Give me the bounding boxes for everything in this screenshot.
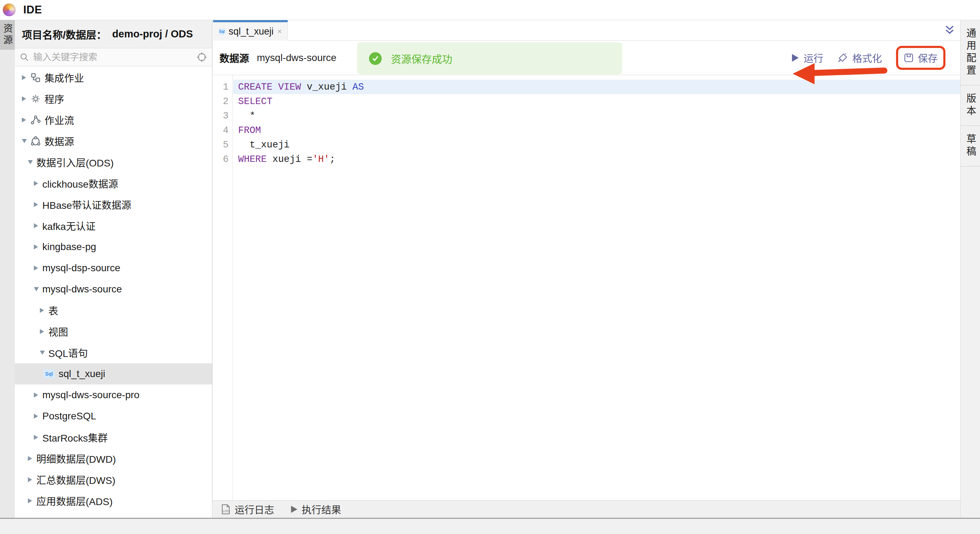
tree-item-dws-layer[interactable]: 汇总数据层(DWS) bbox=[15, 469, 212, 490]
tree-item-mysql-dws-source-pro[interactable]: mysql-dws-source-pro bbox=[15, 385, 212, 405]
search-bar bbox=[15, 48, 212, 66]
chevron-right-icon[interactable] bbox=[22, 96, 26, 101]
tree-item-sql-statements[interactable]: SQL语句 bbox=[15, 342, 212, 363]
sql-file-icon: Sql bbox=[219, 29, 225, 35]
chevron-down-icon[interactable] bbox=[22, 139, 27, 143]
tree-item-dwd-layer[interactable]: 明细数据层(DWD) bbox=[15, 448, 212, 469]
play-icon bbox=[791, 53, 799, 62]
double-chevron-down-icon[interactable] bbox=[945, 25, 955, 36]
gear-icon bbox=[30, 94, 41, 104]
search-icon bbox=[20, 52, 29, 62]
line-number: 5 bbox=[213, 140, 233, 150]
left-activity-strip: 资源 bbox=[0, 20, 15, 518]
chevron-right-icon[interactable] bbox=[34, 265, 38, 270]
line-number: 6 bbox=[213, 154, 233, 165]
code-line: 6 WHERE xueji ='H'; bbox=[213, 152, 960, 167]
chevron-right-icon[interactable] bbox=[28, 456, 32, 461]
code-editor[interactable]: 1 CREATE VIEW v_xueji AS 2 SELECT 3 * 4 … bbox=[213, 75, 960, 500]
search-input[interactable] bbox=[33, 52, 196, 63]
tree-item-integration-jobs[interactable]: 集成作业 bbox=[15, 67, 212, 88]
chevron-right-icon[interactable] bbox=[34, 414, 38, 419]
app-title: IDE bbox=[23, 3, 42, 16]
format-brush-icon bbox=[837, 52, 848, 63]
tab-general-config[interactable]: 通用配置 bbox=[961, 20, 980, 85]
tree-item-tables[interactable]: 表 bbox=[15, 300, 212, 321]
project-header-value: demo-proj / ODS bbox=[112, 28, 193, 40]
project-header-label: 项目名称/数据层： bbox=[22, 27, 107, 41]
datasource-value: mysql-dws-source bbox=[257, 52, 337, 64]
check-circle-icon bbox=[369, 52, 382, 65]
chevron-down-icon[interactable] bbox=[40, 351, 45, 355]
resource-tree: 集成作业 程序 作业流 bbox=[15, 66, 212, 518]
app-logo bbox=[3, 3, 16, 16]
chevron-down-icon[interactable] bbox=[28, 160, 33, 164]
chevron-right-icon[interactable] bbox=[22, 118, 26, 122]
tree-item-clickhouse[interactable]: clickhouse数据源 bbox=[15, 173, 212, 194]
tree-item-datasources[interactable]: 数据源 bbox=[15, 130, 212, 152]
chevron-right-icon[interactable] bbox=[22, 75, 26, 80]
code-line: 4 FROM bbox=[213, 123, 960, 138]
annotation-save-highlight-box: 保存 bbox=[896, 46, 945, 70]
right-panel-strip: 通用配置 版本 草稿 bbox=[960, 20, 980, 518]
tree-item-mysql-dsp-source[interactable]: mysql-dsp-source bbox=[15, 257, 212, 279]
datasource-label: 数据源 bbox=[220, 51, 249, 65]
tree-item-ads-layer[interactable]: 应用数据层(ADS) bbox=[15, 490, 212, 512]
integration-job-icon bbox=[30, 72, 41, 83]
sidebar-tab-resources[interactable]: 资源 bbox=[0, 20, 15, 50]
tree-item-sql-t-xueji[interactable]: Sql sql_t_xueji bbox=[15, 363, 212, 385]
tab-version[interactable]: 版本 bbox=[961, 85, 980, 126]
tree-item-programs[interactable]: 程序 bbox=[15, 88, 212, 109]
run-button[interactable]: 运行 bbox=[791, 51, 823, 65]
chevron-right-icon[interactable] bbox=[28, 477, 32, 482]
tree-item-views[interactable]: 视图 bbox=[15, 321, 212, 342]
chevron-right-icon[interactable] bbox=[34, 223, 38, 228]
tree-item-starrocks[interactable]: StarRocks集群 bbox=[15, 427, 212, 448]
chevron-right-icon[interactable] bbox=[40, 308, 44, 313]
play-icon bbox=[290, 505, 298, 513]
line-number: 3 bbox=[213, 111, 233, 121]
code-line: 2 SELECT bbox=[213, 94, 960, 109]
save-success-toast: 资源保存成功 bbox=[357, 42, 622, 75]
resource-panel: 项目名称/数据层： demo-proj / ODS bbox=[15, 20, 212, 518]
close-icon[interactable] bbox=[277, 29, 282, 34]
toast-message: 资源保存成功 bbox=[391, 51, 452, 66]
svg-text:LOG: LOG bbox=[223, 509, 230, 513]
tree-item-ods-layer[interactable]: 数据引入层(ODS) bbox=[15, 152, 212, 173]
ide-screen: IDE 资源 项目名称/数据层： demo-proj / ODS bbox=[0, 0, 980, 534]
chevron-right-icon[interactable] bbox=[34, 202, 38, 207]
window-bottom-edge bbox=[0, 518, 980, 519]
chevron-right-icon[interactable] bbox=[34, 181, 38, 186]
tree-item-workflows[interactable]: 作业流 bbox=[15, 109, 212, 130]
datasource-info: 数据源 mysql-dws-source bbox=[220, 41, 337, 75]
line-number: 2 bbox=[213, 96, 233, 107]
log-file-icon: LOG bbox=[221, 504, 231, 515]
code-content: 1 CREATE VIEW v_xueji AS 2 SELECT 3 * 4 … bbox=[213, 80, 960, 167]
tab-draft[interactable]: 草稿 bbox=[961, 126, 980, 167]
top-app-bar: IDE bbox=[0, 0, 980, 20]
chevron-right-icon[interactable] bbox=[40, 329, 44, 334]
editor-area: Sql sql_t_xueji 数据源 mysql-dws-source bbox=[213, 20, 960, 518]
run-log-tab[interactable]: LOG 运行日志 bbox=[221, 502, 274, 517]
chevron-right-icon[interactable] bbox=[34, 435, 38, 440]
code-line: 1 CREATE VIEW v_xueji AS bbox=[213, 80, 960, 94]
line-number: 1 bbox=[213, 82, 233, 92]
tree-item-hbase[interactable]: HBase带认证数据源 bbox=[15, 194, 212, 215]
locate-icon[interactable] bbox=[196, 52, 207, 62]
toolbar-actions: 运行 格式化 保存 bbox=[791, 41, 945, 75]
exec-result-tab[interactable]: 执行结果 bbox=[290, 502, 341, 517]
tab-sql-t-xueji[interactable]: Sql sql_t_xueji bbox=[213, 20, 288, 41]
datasource-icon bbox=[30, 136, 41, 146]
project-header: 项目名称/数据层： demo-proj / ODS bbox=[15, 20, 212, 48]
format-button[interactable]: 格式化 bbox=[837, 51, 882, 65]
chevron-right-icon[interactable] bbox=[34, 245, 38, 250]
tree-item-mysql-dws-source[interactable]: mysql-dws-source bbox=[15, 279, 212, 300]
chevron-right-icon[interactable] bbox=[28, 498, 32, 503]
code-line: 5 t_xueji bbox=[213, 138, 960, 152]
tree-item-postgresql[interactable]: PostgreSQL bbox=[15, 405, 212, 427]
save-button[interactable]: 保存 bbox=[904, 51, 938, 65]
chevron-right-icon[interactable] bbox=[34, 393, 38, 397]
workflow-icon bbox=[30, 114, 41, 125]
tree-item-kingbase-pg[interactable]: kingbase-pg bbox=[15, 236, 212, 257]
chevron-down-icon[interactable] bbox=[34, 287, 39, 291]
tree-item-kafka[interactable]: kafka无认证 bbox=[15, 215, 212, 236]
